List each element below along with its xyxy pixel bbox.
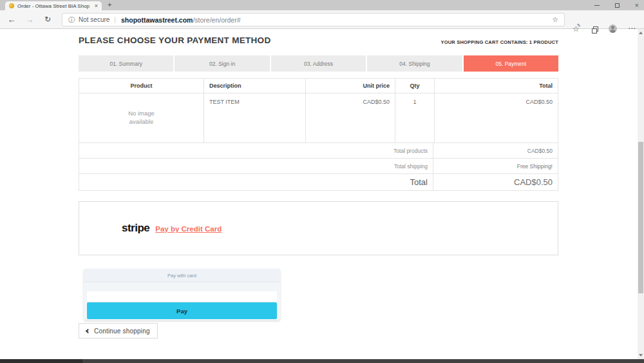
chevron-left-icon xyxy=(86,328,90,333)
cart-notice: YOUR SHOPPING CART CONTAINS: 1 PRODUCT xyxy=(441,39,558,45)
pay-with-card-header: Pay with card xyxy=(84,269,280,282)
total-products-label: Total products xyxy=(79,143,433,158)
step-sign-in[interactable]: 02. Sign in xyxy=(175,55,269,72)
browser-window: Order - Ottawa Street BIA Shop × + × ← →… xyxy=(0,0,644,363)
grand-total-row: Total CAD$0.50 xyxy=(79,174,558,191)
pay-by-credit-card-link[interactable]: Pay by Credit Card xyxy=(155,225,222,233)
grand-total-value: CAD$0.50 xyxy=(433,174,558,190)
row-total-value: CAD$0.50 xyxy=(435,93,558,142)
taskbar-edge xyxy=(0,359,644,363)
header-total: Total xyxy=(435,79,558,93)
tab-title: Order - Ottawa Street BIA Shop xyxy=(17,3,92,9)
scroll-up-icon[interactable] xyxy=(639,32,643,34)
tab-close-icon[interactable]: × xyxy=(95,3,98,9)
maximize-icon[interactable] xyxy=(615,3,620,8)
back-icon[interactable]: ← xyxy=(5,10,19,28)
new-tab-button[interactable]: + xyxy=(108,1,111,8)
step-summary[interactable]: 01. Summary xyxy=(79,55,173,72)
minimize-icon[interactable] xyxy=(594,5,600,6)
browser-toolbar: ← → ↻ ⓘ Not secure | shopottawastreet.co… xyxy=(0,10,644,29)
header-unit-price: Unit price xyxy=(306,79,395,93)
step-address[interactable]: 03. Address xyxy=(271,55,366,72)
order-table: Product Description Unit price Qty Total… xyxy=(79,78,558,191)
url-domain: shopottawastreet.com xyxy=(121,16,193,24)
total-products-row: Total products CAD$0.50 xyxy=(79,143,558,159)
security-status: Not secure xyxy=(79,16,109,23)
pay-button[interactable]: Pay xyxy=(87,302,277,319)
step-shipping[interactable]: 04. Shipping xyxy=(367,55,462,72)
total-shipping-row: Total shipping Free Shipping! xyxy=(79,159,558,174)
checkout-steps: 01. Summary 02. Sign in 03. Address 04. … xyxy=(79,55,558,72)
tab-bar: Order - Ottawa Street BIA Shop × + × xyxy=(0,0,644,10)
scrollbar-thumb[interactable] xyxy=(638,142,643,293)
unit-price-value: CAD$0.50 xyxy=(306,93,395,142)
browser-tab[interactable]: Order - Ottawa Street BIA Shop × xyxy=(5,1,102,10)
favorites-icon[interactable]: ☆✎ xyxy=(573,25,580,34)
settings-menu-icon[interactable]: ⋯ xyxy=(628,24,636,33)
address-separator: | xyxy=(114,16,116,23)
stripe-option: stripe Pay by Credit Card xyxy=(122,222,222,235)
url-path: /store/en/order# xyxy=(193,16,240,24)
vertical-scrollbar[interactable] xyxy=(638,29,644,359)
collections-icon[interactable] xyxy=(592,26,599,34)
scroll-down-icon[interactable] xyxy=(639,354,643,357)
favorites-pencil-glyph: ✎ xyxy=(577,23,581,28)
window-controls: × xyxy=(594,0,639,10)
total-shipping-label: Total shipping xyxy=(79,159,433,173)
close-icon[interactable]: × xyxy=(635,2,639,9)
no-image-placeholder: No image available xyxy=(118,110,165,126)
site-favicon-icon xyxy=(9,3,14,8)
bookmark-star-icon[interactable]: ☆ xyxy=(552,15,558,24)
continue-shopping-label: Continue shopping xyxy=(94,328,150,335)
stripe-payment-box: stripe Pay by Credit Card xyxy=(79,201,558,255)
grand-total-label: Total xyxy=(79,174,433,190)
product-image-cell: No image available xyxy=(79,93,204,142)
forward-icon[interactable]: → xyxy=(23,10,37,28)
qty-value: 1 xyxy=(395,93,435,142)
total-products-value: CAD$0.50 xyxy=(433,143,558,158)
profile-avatar-icon[interactable] xyxy=(609,25,617,33)
table-row: No image available TEST ITEM CAD$0.50 1 … xyxy=(79,93,558,143)
stripe-logo: stripe xyxy=(122,222,149,235)
total-shipping-value: Free Shipping! xyxy=(433,159,558,173)
page-title: PLEASE CHOOSE YOUR PAYMENT METHOD xyxy=(79,35,270,45)
info-icon[interactable]: ⓘ xyxy=(68,15,75,25)
address-bar[interactable]: ⓘ Not secure | shopottawastreet.com /sto… xyxy=(62,13,565,26)
header-product: Product xyxy=(79,79,204,93)
card-number-input[interactable] xyxy=(87,291,277,302)
step-payment[interactable]: 05. Payment xyxy=(464,55,558,72)
refresh-icon[interactable]: ↻ xyxy=(41,10,55,28)
header-description: Description xyxy=(204,79,306,93)
continue-shopping-button[interactable]: Continue shopping xyxy=(79,323,158,338)
header-qty: Qty xyxy=(395,79,435,93)
card-payment-widget: Pay with card Pay xyxy=(84,269,280,320)
table-header-row: Product Description Unit price Qty Total xyxy=(79,78,558,93)
product-description: TEST ITEM xyxy=(204,93,306,142)
